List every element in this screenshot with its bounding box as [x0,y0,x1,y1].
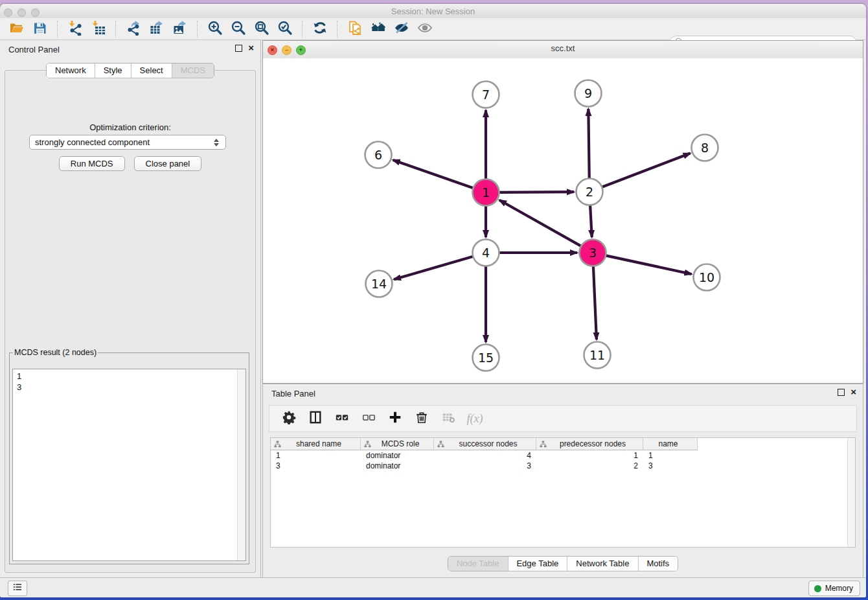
home-button[interactable] [367,19,390,39]
column-header-name[interactable]: name [643,438,698,450]
table-row[interactable]: 1dominator411 [271,450,855,461]
table-cell[interactable]: dominator [361,451,434,460]
table-cell[interactable]: 1 [536,451,643,460]
edge-3-11[interactable] [593,266,597,340]
svg-text:2: 2 [586,185,593,199]
edge-2-8[interactable] [602,154,690,187]
export-table-button[interactable] [145,19,168,39]
node-3[interactable]: 3 [580,240,606,266]
app-title: Session: New Session [0,6,866,16]
table-scrollbar[interactable] [847,438,855,547]
import-table-button[interactable] [87,19,110,39]
save-session-button[interactable] [29,19,52,39]
table-tab-network-table[interactable]: Network Table [567,557,637,571]
network-canvas[interactable]: 7968124314101511 [263,58,863,383]
hide-details-button[interactable] [390,19,413,39]
node-6[interactable]: 6 [365,142,392,168]
table-cell[interactable]: dominator [361,461,434,470]
task-history-button[interactable] [8,581,27,596]
select-all-button[interactable] [334,410,350,427]
table-tab-motifs[interactable]: Motifs [637,557,678,571]
tab-mcds[interactable]: MCDS [172,63,214,78]
table-row[interactable]: 3dominator323 [271,461,855,471]
toolbar-separator [337,21,338,38]
node-4[interactable]: 4 [473,240,499,266]
export-image-button[interactable] [168,19,192,39]
edge-2-9[interactable] [588,109,589,179]
network-graph: 7968124314101511 [263,58,863,383]
tab-style[interactable]: Style [95,63,131,78]
edge-2-3[interactable] [590,205,592,237]
table-tab-node-table[interactable]: Node Table [448,557,508,571]
memory-button[interactable]: Memory [808,581,860,596]
table-cell[interactable]: 1 [643,451,698,460]
node-7[interactable]: 7 [473,82,499,108]
node-14[interactable]: 14 [366,271,393,297]
table-tab-edge-table[interactable]: Edge Table [507,557,567,571]
home-icon [371,20,386,38]
deselect-all-button[interactable] [360,410,377,427]
export-network-button[interactable] [122,19,145,39]
show-details-button[interactable] [413,19,437,39]
node-15[interactable]: 15 [473,345,499,371]
import-network-button[interactable] [63,19,87,39]
edge-3-10[interactable] [606,255,692,274]
table-cell[interactable]: 4 [434,451,536,460]
zoom-fit-button[interactable] [250,19,273,39]
edge-1-6[interactable] [393,160,474,188]
mcds-result-line: 1 [17,371,21,382]
refresh-button[interactable] [308,19,332,39]
add-column-icon [388,410,402,427]
add-column-button[interactable] [387,410,404,427]
node-8[interactable]: 8 [692,135,718,161]
table-cell[interactable]: 3 [434,461,536,470]
table-cell[interactable]: 2 [536,461,643,470]
edge-4-14[interactable] [394,257,473,280]
delete-table-button[interactable] [440,410,457,427]
criterion-select[interactable]: strongly connected component [29,135,226,150]
node-10[interactable]: 10 [694,264,720,291]
close-panel-button[interactable]: Close panel [134,156,202,171]
table-panel: Table Panel × f(x) shared nameMCDS roles… [262,384,863,578]
mcds-tab-content: Optimization criterion: strongly connect… [5,70,256,573]
clone-network-icon [347,20,363,38]
column-header-successor-nodes[interactable]: successor nodes [434,438,536,450]
delete-column-button[interactable] [413,410,430,427]
node-11[interactable]: 11 [584,342,611,369]
node-9[interactable]: 9 [575,80,602,107]
tab-select[interactable]: Select [131,63,172,78]
edge-1-2[interactable] [499,192,574,192]
split-columns-button[interactable] [307,410,324,427]
column-header-predecessor-nodes[interactable]: predecessor nodes [536,438,643,450]
close-table-panel-icon[interactable]: × [851,388,856,396]
node-table[interactable]: shared nameMCDS rolesuccessor nodesprede… [270,437,856,548]
tab-network[interactable]: Network [47,63,95,78]
result-scrollbar[interactable] [237,369,246,560]
edge-3-1[interactable] [499,200,581,246]
split-columns-icon [308,410,323,427]
close-panel-icon[interactable]: × [248,44,254,52]
table-cell[interactable]: 1 [271,451,361,460]
column-header-MCDS-role[interactable]: MCDS role [361,438,434,450]
zoom-selected-button[interactable] [273,19,297,39]
column-header-shared-name[interactable]: shared name [271,438,361,450]
node-1[interactable]: 1 [473,179,499,206]
open-file-button[interactable] [5,19,29,39]
gear-button[interactable] [280,410,297,427]
svg-text:4: 4 [482,246,490,260]
float-panel-icon[interactable] [235,45,242,52]
table-cell[interactable]: 3 [643,461,698,470]
svg-text:1: 1 [482,185,490,200]
run-mcds-button[interactable]: Run MCDS [59,156,125,171]
table-cell[interactable]: 3 [271,461,361,470]
zoom-out-button[interactable] [227,19,250,39]
float-table-panel-icon[interactable] [838,389,845,396]
clone-network-button[interactable] [343,19,367,39]
gear-icon [282,410,296,427]
zoom-in-button[interactable] [203,19,227,39]
mcds-result-area[interactable]: 13 [12,369,246,561]
hide-details-icon [394,20,409,38]
hierarchy-icon [540,441,547,448]
function-button[interactable]: f(x) [466,410,483,427]
node-2[interactable]: 2 [577,179,603,205]
